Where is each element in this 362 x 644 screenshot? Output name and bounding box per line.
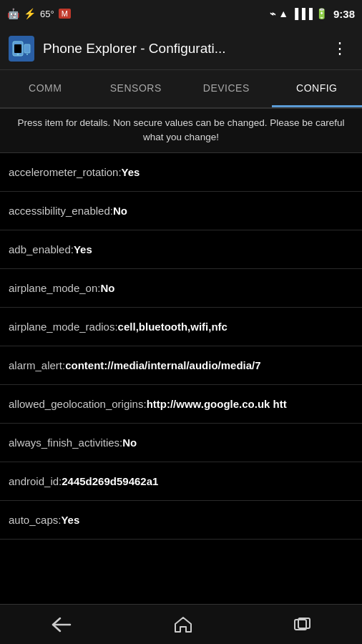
status-left: 🤖 ⚡ 65° M: [7, 8, 71, 19]
config-item[interactable]: auto_caps:Yes: [0, 501, 362, 540]
config-key: android_id:: [9, 475, 62, 487]
app-icon: [9, 36, 34, 62]
tab-devices[interactable]: Devices: [181, 70, 272, 107]
battery-status-icon: 🔋: [315, 8, 328, 19]
config-item[interactable]: alarm_alert:content://media/internal/aud…: [0, 346, 362, 385]
gmail-icon: M: [59, 9, 71, 19]
svg-rect-1: [14, 44, 21, 53]
svg-rect-3: [24, 44, 30, 53]
config-list: accelerometer_rotation:Yesaccessibility_…: [0, 153, 362, 607]
config-item[interactable]: allowed_geolocation_origins:http://www.g…: [0, 385, 362, 424]
config-item[interactable]: accessibility_enabled:No: [0, 192, 362, 230]
config-key: allowed_geolocation_origins:: [9, 398, 147, 410]
config-value: Yes: [61, 514, 79, 526]
status-bar: 🤖 ⚡ 65° M ⌁ ▲ ▐▐▐ 🔋 9:38: [0, 0, 362, 27]
config-item[interactable]: airplane_mode_radios:cell,bluetooth,wifi…: [0, 308, 362, 346]
usb-icon: ⚡: [24, 8, 36, 19]
tab-devices-label: Devices: [203, 82, 250, 94]
svg-point-4: [26, 54, 28, 55]
temp-display: 65°: [40, 9, 54, 19]
tab-comm[interactable]: Comm: [0, 70, 91, 107]
config-item[interactable]: adb_enabled:Yes: [0, 230, 362, 269]
svg-point-2: [17, 53, 19, 55]
tab-sensors[interactable]: Sensors: [91, 70, 182, 107]
config-item[interactable]: airplane_mode_on:No: [0, 269, 362, 308]
config-value: No: [113, 205, 127, 217]
config-value: Yes: [74, 243, 92, 255]
warning-banner: Press item for details. Non secure value…: [0, 109, 362, 153]
home-button[interactable]: [160, 610, 207, 640]
config-key: airplane_mode_on:: [9, 282, 100, 294]
nav-bar: [0, 604, 362, 644]
recents-button[interactable]: [279, 611, 326, 638]
config-key: accelerometer_rotation:: [9, 166, 122, 178]
tab-comm-label: Comm: [29, 82, 62, 94]
signal-status-icon: ▐▐▐: [291, 8, 313, 19]
overflow-menu-button[interactable]: ⋮: [326, 36, 353, 61]
config-key: airplane_mode_radios:: [9, 321, 118, 333]
tab-config-label: Config: [296, 82, 337, 94]
tab-config[interactable]: Config: [272, 70, 363, 107]
config-value: http://www.google.co.uk htt: [147, 398, 287, 410]
wifi-status-icon: ▲: [278, 8, 288, 19]
tab-sensors-label: Sensors: [110, 82, 162, 94]
config-value: 2445d269d59462a1: [62, 475, 158, 487]
config-item[interactable]: always_finish_activities:No: [0, 424, 362, 462]
config-key: auto_caps:: [9, 514, 61, 526]
config-key: alarm_alert:: [9, 359, 65, 371]
config-item[interactable]: android_id:2445d269d59462a1: [0, 462, 362, 501]
android-icon: 🤖: [7, 8, 19, 19]
config-value: No: [100, 282, 114, 294]
time-display: 9:38: [333, 8, 355, 20]
tabs-container: Comm Sensors Devices Config: [0, 70, 362, 109]
config-key: accessibility_enabled:: [9, 205, 113, 217]
config-value: cell,bluetooth,wifi,nfc: [118, 321, 228, 333]
title-bar: Phone Explorer - Configurati... ⋮: [0, 27, 362, 70]
bluetooth-status-icon: ⌁: [270, 8, 275, 19]
config-item[interactable]: accelerometer_rotation:Yes: [0, 153, 362, 192]
config-key: adb_enabled:: [9, 243, 74, 255]
status-right: ⌁ ▲ ▐▐▐ 🔋 9:38: [270, 8, 355, 20]
config-value: No: [122, 436, 137, 449]
app-title: Phone Explorer - Configurati...: [43, 41, 326, 57]
config-value: Yes: [122, 166, 140, 178]
config-key: always_finish_activities:: [9, 436, 122, 449]
config-value: content://media/internal/audio/media/7: [65, 359, 260, 371]
warning-text: Press item for details. Non secure value…: [17, 117, 344, 142]
back-button[interactable]: [36, 611, 87, 638]
